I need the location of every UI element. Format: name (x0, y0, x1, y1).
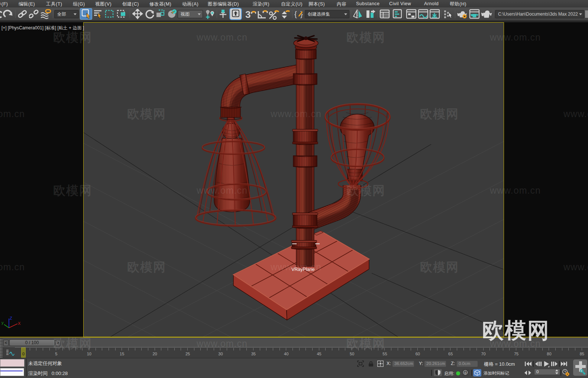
svg-text:X: X (18, 321, 21, 326)
svg-text:Z: Z (10, 316, 12, 320)
svg-text:VRayPlane: VRayPlane (291, 267, 315, 272)
svg-text:3: 3 (245, 9, 251, 20)
svg-text:y: y (1, 320, 4, 325)
svg-text:{: { (294, 10, 297, 18)
